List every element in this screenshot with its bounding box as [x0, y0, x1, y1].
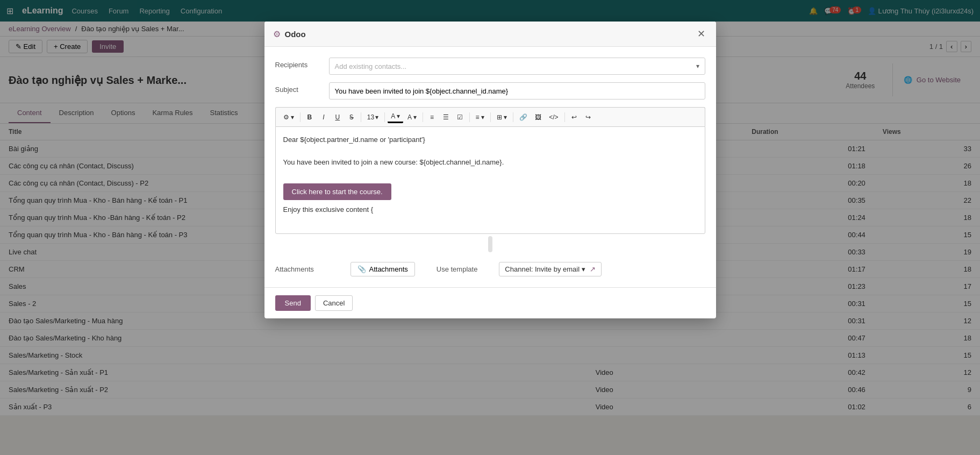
subject-field	[329, 82, 705, 99]
email-modal: ⚙ Odoo ✕ Recipients Add existing contact…	[264, 22, 716, 318]
attachments-button[interactable]: 📎 Attachments	[350, 262, 415, 276]
toolbar-table[interactable]: ⊞ ▾	[493, 112, 510, 123]
use-template-label: Use template	[437, 265, 478, 273]
toolbar-redo[interactable]: ↪	[582, 112, 595, 123]
toolbar-undo[interactable]: ↩	[568, 112, 581, 123]
modal-overlay[interactable]: ⚙ Odoo ✕ Recipients Add existing contact…	[0, 0, 980, 416]
toolbar-sep-1	[300, 112, 301, 122]
toolbar-ol[interactable]: ☰	[440, 112, 453, 123]
template-value: Channel: Invite by email	[505, 265, 580, 273]
send-button[interactable]: Send	[275, 295, 311, 311]
template-select[interactable]: Channel: Invite by email ▾ ↗	[499, 262, 602, 276]
paperclip-icon: 📎	[357, 265, 366, 273]
toolbar-link[interactable]: 🔗	[516, 112, 531, 123]
toolbar-checklist[interactable]: ☑	[454, 112, 467, 123]
toolbar-bold[interactable]: B	[303, 112, 316, 123]
modal-header: ⚙ Odoo ✕	[264, 22, 716, 47]
toolbar-ul[interactable]: ≡	[426, 112, 439, 123]
toolbar-format-btn[interactable]: ⚙ ▾	[280, 112, 297, 123]
recipients-label: Recipients	[275, 58, 329, 69]
recipients-row: Recipients Add existing contacts... ▾	[275, 58, 705, 75]
template-external-link-icon[interactable]: ↗	[590, 265, 596, 273]
modal-body: Recipients Add existing contacts... ▾ Su…	[264, 47, 716, 287]
editor-area: ⚙ ▾ B I U S̶ 13 ▾ A ▾ A ▾ ≡ ☰ ☑ ≡ ▾	[275, 107, 705, 234]
recipients-input[interactable]: Add existing contacts... ▾	[329, 58, 705, 75]
toolbar-sep-4	[423, 112, 423, 122]
editor-content[interactable]: Dear ${object.partner_id.name or 'partic…	[275, 126, 705, 234]
toolbar-align[interactable]: ≡ ▾	[473, 112, 488, 123]
modal-close-button[interactable]: ✕	[695, 28, 707, 40]
attachments-label: Attachments	[275, 265, 329, 273]
subject-input[interactable]	[329, 82, 705, 99]
editor-greeting: Dear ${object.partner_id.name or 'partic…	[283, 134, 697, 146]
toolbar-underline[interactable]: U	[331, 112, 344, 123]
toolbar-sep-7	[513, 112, 513, 122]
recipients-field: Add existing contacts... ▾	[329, 58, 705, 75]
editor-invitation: You have been invited to join a new cour…	[283, 157, 697, 168]
subject-row: Subject	[275, 82, 705, 99]
editor-footer: Enjoy this exclusive content {	[283, 204, 697, 216]
toolbar-code[interactable]: </>	[546, 112, 561, 123]
subject-label: Subject	[275, 82, 329, 94]
toolbar-highlight[interactable]: A ▾	[404, 112, 420, 123]
toolbar-sep-5	[469, 112, 470, 122]
toolbar-fontsize[interactable]: 13 ▾	[364, 112, 382, 123]
toolbar-sep-2	[361, 112, 361, 122]
scrollbar-area	[275, 234, 705, 254]
attachments-row: Attachments 📎 Attachments Use template C…	[275, 254, 705, 276]
editor-cta-button[interactable]: Click here to start the course.	[283, 183, 391, 200]
toolbar-image[interactable]: 🖼	[532, 112, 545, 123]
toolbar-sep-6	[490, 112, 491, 122]
scrollbar-stub	[488, 236, 492, 252]
recipients-dropdown-arrow[interactable]: ▾	[696, 62, 699, 70]
cancel-button[interactable]: Cancel	[315, 295, 353, 311]
toolbar-sep-3	[384, 112, 385, 122]
modal-title: Odoo	[285, 30, 691, 39]
editor-toolbar: ⚙ ▾ B I U S̶ 13 ▾ A ▾ A ▾ ≡ ☰ ☑ ≡ ▾	[275, 107, 705, 126]
toolbar-strikethrough[interactable]: S̶	[345, 112, 358, 123]
modal-footer: Send Cancel	[264, 287, 716, 318]
toolbar-fontcolor[interactable]: A ▾	[388, 111, 403, 123]
toolbar-italic[interactable]: I	[317, 112, 330, 123]
recipients-placeholder: Add existing contacts...	[335, 62, 694, 70]
toolbar-sep-8	[564, 112, 565, 122]
odoo-icon: ⚙	[273, 29, 281, 39]
attachments-btn-label: Attachments	[369, 265, 408, 273]
